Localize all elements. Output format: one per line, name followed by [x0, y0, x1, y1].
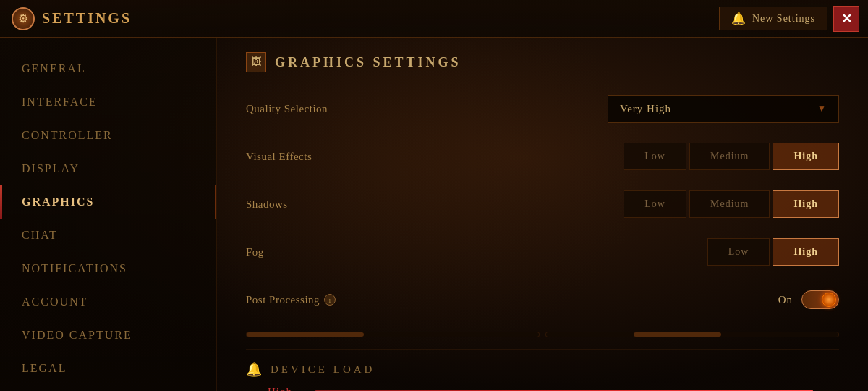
settings-title: SETTINGS — [42, 10, 132, 27]
shadows-medium-btn[interactable]: Medium — [689, 190, 770, 218]
fog-high-btn[interactable]: High — [773, 238, 839, 266]
shadows-btn-group: Low Medium High — [624, 190, 839, 218]
quality-selection-controls: Very High ▼ — [463, 95, 839, 123]
sidebar-item-controller[interactable]: CONTROLLER — [0, 119, 216, 152]
sidebar-label-account: ACCOUNT — [22, 295, 88, 308]
top-bar: ⚙ SETTINGS 🔔 New Settings ✕ — [0, 0, 868, 38]
visual-effects-high-btn[interactable]: High — [773, 143, 839, 170]
post-processing-toggle-container: On — [778, 290, 839, 309]
new-settings-label: New Settings — [752, 13, 815, 25]
sidebar-item-notifications[interactable]: NOTIFICATIONS — [0, 252, 216, 285]
new-settings-button[interactable]: 🔔 New Settings — [719, 7, 827, 30]
device-load-value-label: High — [268, 386, 304, 391]
graphics-section-icon: 🖼 — [246, 52, 266, 72]
sidebar-label-legal: LEGAL — [22, 362, 67, 374]
visual-effects-low-btn[interactable]: Low — [624, 143, 686, 170]
visual-effects-btn-group: Low Medium High — [624, 143, 839, 170]
sidebar-label-interface: INTERFACE — [22, 96, 98, 108]
scrollbar-area — [246, 332, 839, 337]
shadows-high-btn[interactable]: High — [773, 190, 839, 218]
quality-selection-label: Quality Selection — [246, 103, 463, 115]
sidebar-item-display[interactable]: DISPLAY — [0, 152, 216, 185]
post-processing-label: Post Processing i — [246, 294, 463, 306]
dropdown-arrow-icon: ▼ — [817, 104, 827, 114]
gear-icon: ⚙ — [12, 7, 35, 30]
sidebar-item-interface[interactable]: INTERFACE — [0, 85, 216, 119]
shadows-label: Shadows — [246, 198, 463, 211]
section-header: 🖼 GRAPHICS SETTINGS — [246, 52, 839, 72]
shadows-low-btn[interactable]: Low — [624, 190, 686, 218]
sidebar-label-notifications: NOTIFICATIONS — [22, 262, 127, 274]
scrollbar-thumb-1 — [247, 332, 364, 337]
content-area: 🖼 GRAPHICS SETTINGS Quality Selection Ve… — [217, 38, 868, 391]
close-button[interactable]: ✕ — [833, 6, 859, 32]
bell-icon: 🔔 — [731, 12, 746, 25]
post-processing-toggle-label: On — [778, 294, 793, 306]
fog-row: Fog Low High — [246, 236, 839, 268]
section-title: GRAPHICS SETTINGS — [275, 55, 461, 70]
quality-selection-dropdown[interactable]: Very High ▼ — [608, 95, 839, 123]
toggle-knob — [822, 293, 836, 307]
device-load-icon: 🔔 — [246, 361, 262, 377]
device-load-bar-area: High — [246, 386, 839, 391]
visual-effects-row: Visual Effects Low Medium High — [246, 140, 839, 172]
sidebar-item-chat[interactable]: CHAT — [0, 219, 216, 252]
sidebar-item-general[interactable]: GENERAL — [0, 52, 216, 85]
sidebar-label-general: GENERAL — [22, 62, 86, 75]
device-load-section: 🔔 DEVICE LOAD High — [246, 349, 839, 391]
fog-controls: Low High — [463, 238, 839, 266]
main-container: GENERAL INTERFACE CONTROLLER DISPLAY GRA… — [0, 38, 868, 391]
visual-effects-controls: Low Medium High — [463, 143, 839, 170]
quality-selection-row: Quality Selection Very High ▼ — [246, 93, 839, 125]
post-processing-toggle[interactable] — [801, 290, 839, 309]
post-processing-row: Post Processing i On — [246, 284, 839, 316]
sidebar-label-video-capture: VIDEO CAPTURE — [22, 329, 132, 341]
sidebar-item-video-capture[interactable]: VIDEO CAPTURE — [0, 319, 216, 352]
fog-btn-group: Low High — [707, 238, 839, 266]
device-load-header: 🔔 DEVICE LOAD — [246, 361, 839, 377]
sidebar-item-graphics[interactable]: GRAPHICS — [0, 185, 216, 219]
shadows-controls: Low Medium High — [463, 190, 839, 218]
scrollbar-thumb-2 — [634, 332, 721, 337]
post-processing-controls: On — [463, 290, 839, 309]
visual-effects-medium-btn[interactable]: Medium — [689, 143, 770, 170]
shadows-row: Shadows Low Medium High — [246, 188, 839, 220]
sidebar-item-account[interactable]: ACCOUNT — [0, 285, 216, 319]
sidebar-label-chat: CHAT — [22, 229, 58, 241]
scrollbar-track-1[interactable] — [246, 332, 540, 337]
sidebar-label-display: DISPLAY — [22, 162, 80, 175]
settings-title-area: ⚙ SETTINGS — [0, 7, 132, 30]
device-load-title: DEVICE LOAD — [271, 363, 375, 376]
sidebar: GENERAL INTERFACE CONTROLLER DISPLAY GRA… — [0, 38, 217, 391]
post-processing-info-icon[interactable]: i — [324, 294, 336, 306]
sidebar-label-graphics: GRAPHICS — [22, 196, 94, 208]
sidebar-label-controller: CONTROLLER — [22, 129, 113, 141]
visual-effects-label: Visual Effects — [246, 151, 463, 163]
quality-selection-value: Very High — [620, 103, 671, 115]
top-bar-right: 🔔 New Settings ✕ — [719, 6, 868, 32]
sidebar-item-legal[interactable]: LEGAL — [0, 352, 216, 385]
fog-label: Fog — [246, 246, 463, 258]
scrollbar-track-2[interactable] — [545, 332, 839, 337]
fog-low-btn[interactable]: Low — [707, 238, 770, 266]
